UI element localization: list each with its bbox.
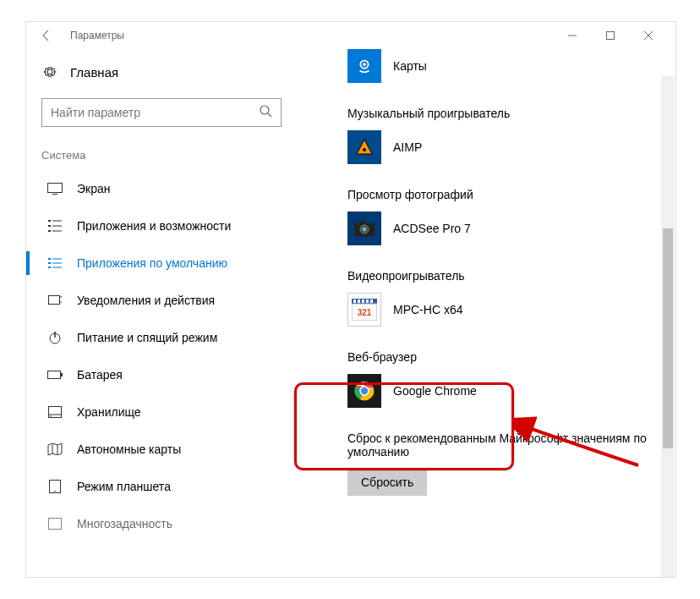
nav-item-offline-maps[interactable]: Автономные карты: [41, 431, 282, 468]
nav-label: Многозадачность: [77, 517, 172, 530]
settings-window: Параметры Главная: [25, 21, 676, 578]
browser-app-name: Google Chrome: [393, 384, 477, 398]
svg-text:321: 321: [358, 308, 372, 317]
default-maps-group: Карты: [347, 49, 659, 83]
tablet-icon: [46, 480, 63, 493]
svg-point-25: [50, 415, 52, 417]
browser-app-tile[interactable]: Google Chrome: [347, 374, 659, 408]
nav-label: Режим планшета: [77, 480, 171, 493]
default-music-group: Музыкальный проигрыватель AIMP: [347, 107, 659, 164]
default-browser-group: Веб-браузер Google Chrome: [347, 350, 659, 408]
svg-rect-21: [48, 371, 61, 379]
nav-label: Хранилище: [77, 405, 141, 419]
notification-icon: [46, 294, 63, 306]
svg-rect-36: [360, 221, 365, 224]
map-icon: [46, 443, 63, 455]
default-photos-group: Просмотр фотографий ACDSee Pro 7: [347, 188, 659, 245]
section-label: Система: [41, 146, 282, 165]
multitask-icon: [46, 518, 63, 530]
maximize-button[interactable]: [591, 24, 629, 47]
acdsee-app-icon: [347, 212, 381, 245]
svg-line-3: [268, 113, 271, 117]
scroll-thumb[interactable]: [663, 228, 673, 448]
svg-point-27: [54, 491, 56, 492]
close-button[interactable]: [629, 24, 667, 47]
nav-label: Питание и спящий режим: [77, 331, 217, 344]
sidebar: Главная Система Экран Приложения и возмо…: [26, 49, 297, 577]
nav-label: Приложения по умолчанию: [77, 256, 227, 270]
gear-icon: [41, 64, 58, 80]
music-app-name: AIMP: [393, 140, 422, 154]
nav-item-tablet-mode[interactable]: Режим планшета: [41, 468, 282, 505]
chrome-app-icon: [347, 374, 381, 408]
svg-point-35: [363, 228, 367, 232]
video-group-title: Видеопроигрыватель: [347, 269, 659, 283]
svg-marker-31: [357, 140, 372, 154]
mpchc-app-icon: 321: [347, 293, 381, 327]
storage-icon: [46, 406, 63, 418]
svg-rect-22: [61, 373, 63, 376]
back-button[interactable]: [35, 24, 58, 47]
svg-rect-40: [353, 300, 356, 303]
battery-icon: [46, 371, 63, 379]
arrow-left-icon: [40, 29, 53, 42]
close-icon: [644, 31, 653, 40]
nav-label: Автономные карты: [77, 442, 181, 456]
titlebar: Параметры: [26, 22, 675, 49]
svg-rect-1: [606, 32, 614, 40]
minimize-button[interactable]: [553, 24, 591, 47]
svg-rect-41: [358, 300, 360, 303]
list-icon: [46, 220, 63, 232]
nav-label: Экран: [77, 182, 111, 195]
music-app-tile[interactable]: AIMP: [347, 130, 659, 164]
nav-item-multitasking[interactable]: Многозадачность: [41, 505, 282, 542]
photos-app-tile[interactable]: ACDSee Pro 7: [347, 212, 659, 245]
home-link[interactable]: Главная: [41, 59, 282, 85]
nav-item-storage[interactable]: Хранилище: [41, 393, 282, 431]
nav-item-power[interactable]: Питание и спящий режим: [41, 319, 282, 356]
browser-group-title: Веб-браузер: [347, 350, 659, 364]
maps-app-icon: [347, 49, 381, 83]
minimize-icon: [568, 31, 577, 40]
home-label: Главная: [70, 65, 118, 80]
reset-button[interactable]: Сбросить: [347, 469, 427, 496]
nav-label: Приложения и возможности: [77, 219, 231, 233]
music-group-title: Музыкальный проигрыватель: [347, 107, 659, 120]
search-input[interactable]: [51, 106, 259, 119]
aimp-app-icon: [347, 130, 381, 164]
window-title: Параметры: [70, 30, 553, 41]
monitor-icon: [46, 183, 63, 195]
maps-app-tile[interactable]: Карты: [347, 49, 659, 83]
default-apps-icon: [46, 257, 63, 269]
svg-rect-44: [370, 300, 373, 303]
main-panel: Карты Музыкальный проигрыватель AIMP Про…: [297, 49, 675, 577]
default-video-group: Видеопроигрыватель 321 MPC-HC x64: [347, 269, 659, 327]
nav-item-apps[interactable]: Приложения и возможности: [41, 207, 282, 245]
content-area: Главная Система Экран Приложения и возмо…: [26, 49, 675, 577]
nav-label: Уведомления и действия: [77, 294, 215, 307]
maximize-icon: [606, 31, 615, 40]
nav-item-default-apps[interactable]: Приложения по умолчанию: [41, 245, 282, 282]
nav-item-display[interactable]: Экран: [41, 170, 282, 207]
power-icon: [46, 331, 63, 344]
photos-app-name: ACDSee Pro 7: [393, 222, 471, 235]
svg-rect-28: [49, 519, 62, 530]
maps-app-name: Карты: [393, 59, 427, 73]
scrollbar[interactable]: [661, 76, 675, 577]
video-app-tile[interactable]: 321 MPC-HC x64: [347, 293, 659, 327]
photos-group-title: Просмотр фотографий: [347, 188, 659, 201]
nav-item-notifications[interactable]: Уведомления и действия: [41, 282, 282, 319]
video-app-name: MPC-HC x64: [393, 303, 462, 316]
svg-rect-18: [49, 296, 60, 305]
search-icon: [259, 104, 272, 121]
search-box[interactable]: [41, 98, 282, 127]
svg-rect-43: [366, 300, 369, 303]
svg-point-2: [260, 106, 269, 114]
svg-rect-4: [48, 184, 63, 193]
window-controls: [553, 24, 667, 47]
nav-item-battery[interactable]: Батарея: [41, 356, 282, 393]
reset-description: Сброс к рекомендованным Майкрософт значе…: [347, 431, 659, 459]
svg-point-32: [363, 148, 366, 151]
svg-point-30: [363, 63, 366, 66]
nav-label: Батарея: [77, 368, 123, 382]
